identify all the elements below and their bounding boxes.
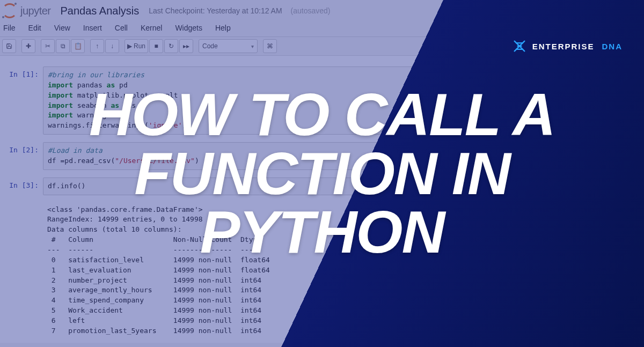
hero-title: HOW TO CALL A FUNCTION IN PYTHON: [27, 85, 617, 262]
hero-title-layer: HOW TO CALL A FUNCTION IN PYTHON: [0, 0, 644, 347]
stage: jupyter Pandas Analysis Last Checkpoint:…: [0, 0, 644, 347]
